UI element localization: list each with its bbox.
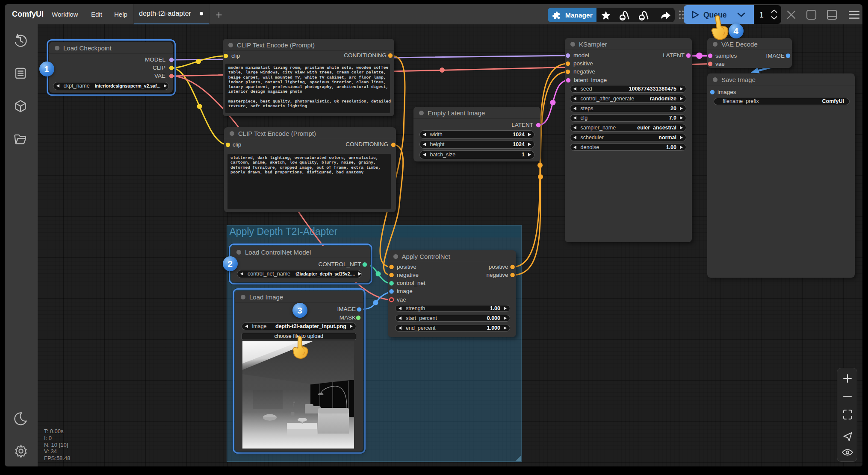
svg-text:Manager: Manager <box>565 12 593 19</box>
svg-text:1: 1 <box>759 11 764 19</box>
